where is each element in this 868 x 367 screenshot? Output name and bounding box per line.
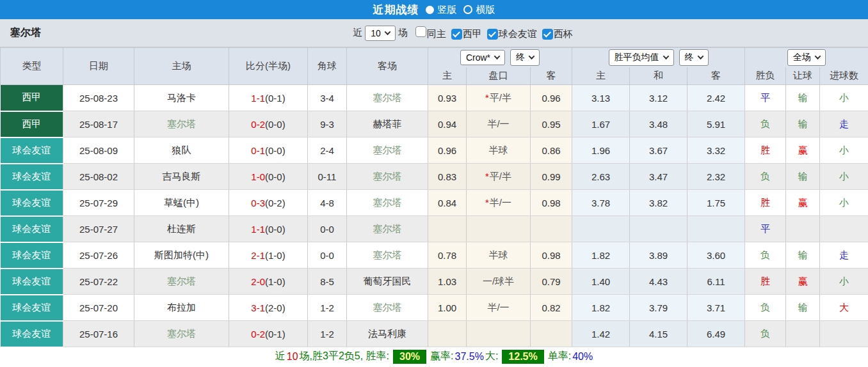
ah-line-text: 半/一: [490, 197, 511, 208]
eu-draw-odds: 3.47: [630, 164, 687, 190]
checkbox-label[interactable]: 球会友谊: [499, 28, 537, 39]
eu-away-odds: 2.32: [687, 164, 745, 190]
halftime-score: (1-0): [265, 250, 285, 261]
result-goals-text: 小: [839, 144, 849, 155]
corner-score: 0-0: [308, 216, 347, 242]
fulltime-score: 0-1: [251, 145, 265, 156]
eu-draw-odds: 3.48: [630, 111, 687, 137]
ah-home-odds: 1.03: [428, 269, 467, 295]
ah-home-odds: 0.96: [428, 137, 467, 164]
home-team[interactable]: 狼队: [134, 137, 229, 164]
layout-radio-vertical[interactable]: 竖版: [426, 4, 457, 16]
fulltime-score: 3-1: [251, 302, 265, 313]
checkbox-checked[interactable]: [542, 29, 553, 40]
handicap-time-select[interactable]: 终: [510, 49, 540, 66]
near-label: 近: [353, 27, 362, 39]
result-handicap: 赢: [786, 137, 820, 164]
away-team[interactable]: 塞尔塔: [347, 164, 428, 190]
eu-draw-odds: 4.15: [630, 321, 687, 347]
filter-group: 近 10 场 同主西甲球会友谊西杯: [353, 26, 573, 41]
match-score: 0-1(0-0): [229, 137, 308, 164]
ah-away-odds: 0.98: [531, 242, 572, 269]
eu-draw-odds: 3.82: [630, 190, 687, 216]
col-header-score: 比分(半场): [229, 48, 308, 85]
result-goals: 小: [820, 190, 868, 216]
result-wdl-text: 胜: [760, 276, 770, 286]
ah-line-text: 半球: [489, 249, 508, 260]
result-goals: 小: [820, 137, 868, 164]
checkbox-label[interactable]: 同主: [427, 28, 446, 39]
match-type-badge: 球会友谊: [1, 321, 63, 347]
radio-horizontal-label[interactable]: 横版: [476, 4, 495, 16]
odds-company-select[interactable]: 胜平负均值: [609, 49, 674, 66]
halftime-score: (0-2): [265, 198, 285, 208]
checkbox-checked[interactable]: [487, 29, 498, 40]
eu-away-odds: 3.60: [687, 242, 745, 269]
ah-home-odds: [428, 216, 467, 242]
top-title-bar: 近期战绩 竖版 横版: [0, 0, 868, 19]
checkbox-label[interactable]: 西甲: [463, 28, 482, 39]
handicap-company-select[interactable]: Crow*: [460, 50, 505, 65]
home-team[interactable]: 杜连斯: [134, 216, 229, 242]
match-score: 1-1(0-1): [229, 85, 308, 111]
result-handicap: 输: [786, 111, 820, 137]
result-goals: 小: [820, 85, 868, 111]
eu-away-odds: [687, 216, 745, 242]
corner-score: 0-0: [308, 242, 347, 269]
home-team[interactable]: 布拉加: [134, 295, 229, 321]
match-type-badge: 球会友谊: [1, 216, 63, 242]
result-handicap-text: 输: [798, 118, 808, 129]
home-team[interactable]: 塞尔塔: [134, 321, 229, 347]
home-team[interactable]: 草蜢(中): [134, 190, 229, 216]
match-type-badge: 西甲: [1, 111, 63, 137]
checkbox-label[interactable]: 西杯: [554, 28, 573, 39]
away-team[interactable]: 法马利康: [347, 321, 428, 347]
eu-home-odds: [572, 216, 630, 242]
home-team[interactable]: 马洛卡: [134, 85, 229, 111]
scope-select[interactable]: 全场: [787, 49, 826, 66]
match-type-badge: 球会友谊: [1, 190, 63, 216]
away-team[interactable]: 塞尔塔: [347, 242, 428, 269]
odds-time-select[interactable]: 终: [679, 49, 709, 66]
home-team[interactable]: 吉马良斯: [134, 164, 229, 190]
away-team[interactable]: 赫塔菲: [347, 111, 428, 137]
result-wdl: 负: [745, 295, 786, 321]
table-row: 球会友谊25-07-22塞尔塔2-0(1-0)8-5葡萄牙国民1.03一/球半0…: [1, 269, 868, 295]
corner-score: 1-2: [308, 321, 347, 347]
result-handicap: 输: [786, 242, 820, 269]
away-team[interactable]: 塞尔塔: [347, 216, 428, 242]
ah-line: *半/一: [467, 190, 531, 216]
radio-vertical-label[interactable]: 竖版: [438, 4, 457, 16]
result-wdl: 胜: [745, 137, 786, 164]
checkbox-unchecked[interactable]: [415, 26, 426, 37]
ah-home-odds: 0.78: [428, 242, 467, 269]
away-team[interactable]: 塞尔塔: [347, 85, 428, 111]
halftime-score: (2-0): [265, 302, 285, 313]
radio-selected-icon[interactable]: [426, 6, 434, 14]
away-team[interactable]: 塞尔塔: [347, 295, 428, 321]
checkbox-checked[interactable]: [451, 29, 462, 40]
sub-header-eu-draw: 和: [630, 67, 687, 85]
away-team[interactable]: 葡萄牙国民: [347, 269, 428, 295]
live-star-marker: *: [485, 197, 489, 208]
result-goals: 走: [820, 242, 868, 269]
chevron-down-icon: [697, 53, 703, 59]
summary-segment-red: 10: [287, 351, 298, 363]
home-team[interactable]: 斯图加特(中): [134, 242, 229, 269]
home-team[interactable]: 塞尔塔: [134, 111, 229, 137]
corner-score: 2-4: [308, 137, 347, 164]
corner-score: 8-5: [308, 269, 347, 295]
away-team[interactable]: 塞尔塔: [347, 137, 428, 164]
ah-line-text: 平/半: [490, 171, 511, 182]
ah-line: 半/一: [467, 295, 531, 321]
layout-radio-horizontal[interactable]: 横版: [463, 4, 495, 16]
ah-away-odds: 0.99: [531, 164, 572, 190]
away-team[interactable]: 塞尔塔: [347, 190, 428, 216]
match-count-select[interactable]: 10: [365, 26, 396, 41]
ah-away-odds: [531, 321, 572, 347]
match-score: 3-1(2-0): [229, 295, 308, 321]
match-score: 0-2(0-0): [229, 111, 308, 137]
home-team[interactable]: 塞尔塔: [134, 269, 229, 295]
fulltime-score: 2-0: [251, 276, 265, 287]
radio-unselected-icon[interactable]: [463, 5, 472, 14]
